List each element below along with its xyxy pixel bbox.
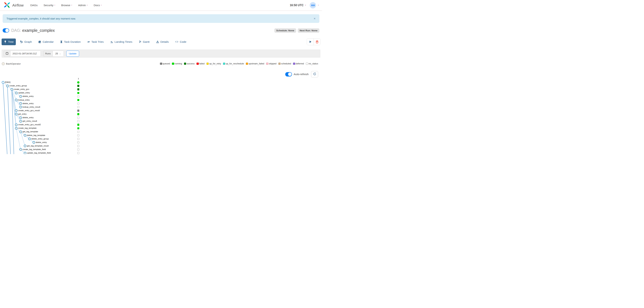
task-status-square[interactable]: [77, 103, 80, 105]
task-label[interactable]: delete_entry: [22, 102, 34, 105]
task-status-square[interactable]: [77, 148, 80, 151]
code-icon: [175, 41, 178, 43]
nav-item-admin[interactable]: Admin▾: [78, 4, 88, 7]
runs-label: Runs: [44, 51, 53, 57]
update-button[interactable]: Update: [66, 51, 79, 57]
tree-node-circle[interactable]: [19, 102, 22, 105]
task-label[interactable]: [DAG]: [5, 81, 10, 83]
tree-node-circle[interactable]: [28, 138, 31, 140]
tree-node-circle[interactable]: [15, 99, 18, 101]
task-status-square[interactable]: [77, 99, 80, 101]
clock-menu[interactable]: 16:50 UTC ▾: [290, 4, 306, 7]
task-status-square[interactable]: [77, 138, 80, 140]
nav-item-security[interactable]: Security▾: [44, 4, 55, 7]
task-status-square[interactable]: [77, 124, 80, 126]
tab-calendar[interactable]: Calendar: [36, 39, 56, 45]
task-label[interactable]: update_entry: [18, 92, 30, 94]
task-label[interactable]: get_entry_result: [22, 120, 37, 122]
task-label[interactable]: create_entry_gcs: [14, 88, 29, 90]
task-label[interactable]: get_tag_template_result: [27, 145, 48, 147]
tree-node-circle[interactable]: [32, 141, 35, 144]
task-label[interactable]: delete_entry: [36, 141, 47, 143]
user-menu[interactable]: AA ▾: [310, 2, 319, 9]
tree-node-circle[interactable]: [19, 116, 22, 119]
operator-legend: BashOperator: [2, 62, 21, 65]
tab-gantt[interactable]: Gantt: [136, 39, 152, 45]
tree-node-circle[interactable]: [15, 92, 18, 94]
auto-refresh-toggle[interactable]: [285, 72, 292, 77]
task-status-square[interactable]: [77, 120, 80, 122]
bash-operator-label: BashOperator: [6, 63, 21, 65]
task-label[interactable]: lookup_entry: [18, 99, 30, 101]
task-label[interactable]: update_tag_template_field: [27, 152, 51, 154]
task-status-square[interactable]: [77, 152, 80, 154]
task-label[interactable]: delete_entry_group: [31, 138, 49, 140]
close-icon[interactable]: ×: [314, 17, 316, 21]
brand[interactable]: Airflow: [3, 1, 24, 10]
tree-node-circle[interactable]: [10, 88, 13, 91]
tree-node-circle[interactable]: [19, 106, 22, 108]
trigger-alert: Triggered example_complex, it should sta…: [3, 14, 319, 23]
task-label[interactable]: delete_entry: [22, 95, 34, 97]
tree-node-circle[interactable]: [24, 145, 26, 147]
base-date-input[interactable]: [10, 51, 40, 57]
tree-node-circle[interactable]: [24, 134, 26, 137]
task-label[interactable]: lookup_entry_result: [22, 106, 40, 108]
chevron-down-icon: ▾: [318, 4, 319, 6]
task-label[interactable]: create_tag_template_field: [22, 148, 46, 150]
status-legend-item-running: running: [172, 63, 182, 65]
tab-code[interactable]: Code: [173, 39, 188, 45]
tree-node-circle[interactable]: [15, 124, 18, 126]
trigger-dag-button[interactable]: [307, 39, 314, 45]
tree-node-circle[interactable]: [19, 95, 22, 98]
task-status-square[interactable]: [77, 85, 80, 87]
tab-graph[interactable]: Graph: [18, 39, 34, 45]
task-status-square[interactable]: [77, 117, 80, 119]
task-status-square[interactable]: [77, 96, 80, 98]
task-status-square[interactable]: [77, 127, 80, 129]
tree-node-circle[interactable]: [24, 152, 26, 154]
tree-node-circle[interactable]: [19, 148, 22, 151]
nav-item-browse[interactable]: Browse▾: [61, 4, 72, 7]
task-label[interactable]: delete_entry: [22, 116, 34, 119]
tab-task-tries[interactable]: Task Tries: [85, 39, 106, 45]
task-status-square[interactable]: [77, 92, 80, 94]
tree-node-circle[interactable]: [15, 109, 18, 112]
brand-name: Airflow: [12, 3, 24, 8]
task-label[interactable]: delete_tag_template: [27, 134, 45, 136]
tree-node-circle[interactable]: [19, 131, 22, 133]
task-label[interactable]: create_entry_group: [9, 85, 27, 87]
task-status-square[interactable]: [77, 131, 80, 133]
task-status-square[interactable]: [77, 141, 80, 144]
delete-dag-button[interactable]: [314, 39, 320, 45]
tab-landing-times[interactable]: Landing Times: [108, 39, 135, 45]
task-label[interactable]: get_entry: [18, 113, 26, 115]
tree-node-circle[interactable]: [15, 113, 18, 115]
tree-node-circle[interactable]: [19, 120, 22, 123]
tab-task-duration[interactable]: Task Duration: [58, 39, 83, 45]
task-label[interactable]: create_tag_template: [18, 127, 36, 129]
tree-node-circle[interactable]: [2, 81, 4, 84]
task-status-square[interactable]: [77, 134, 80, 137]
status-swatch: [306, 63, 308, 65]
task-label[interactable]: get_tag_template: [22, 131, 38, 133]
num-runs-select[interactable]: 25 ⌄: [53, 51, 64, 57]
nav-item-docs[interactable]: Docs▾: [94, 4, 102, 7]
tab-details[interactable]: Details: [154, 39, 171, 45]
calendar-icon: [38, 41, 41, 43]
dag-run-status-circle[interactable]: [77, 81, 80, 84]
tree-node-circle[interactable]: [15, 127, 18, 130]
task-status-square[interactable]: [77, 145, 80, 147]
status-legend-item-up_for_reschedule: up_for_reschedule: [223, 63, 244, 65]
task-status-square[interactable]: [77, 110, 80, 112]
refresh-button[interactable]: [311, 71, 318, 77]
task-label[interactable]: create_entry_gcs_result: [18, 109, 40, 112]
task-label[interactable]: create_entry_gcs_result2: [18, 124, 41, 126]
tree-node-circle[interactable]: [6, 85, 9, 87]
task-status-square[interactable]: [77, 88, 80, 90]
dag-pause-toggle[interactable]: [3, 28, 9, 33]
task-status-square[interactable]: [77, 113, 80, 115]
task-status-square[interactable]: [77, 106, 80, 108]
nav-item-dags[interactable]: DAGs: [30, 4, 38, 7]
tab-tree[interactable]: Tree: [2, 39, 16, 45]
